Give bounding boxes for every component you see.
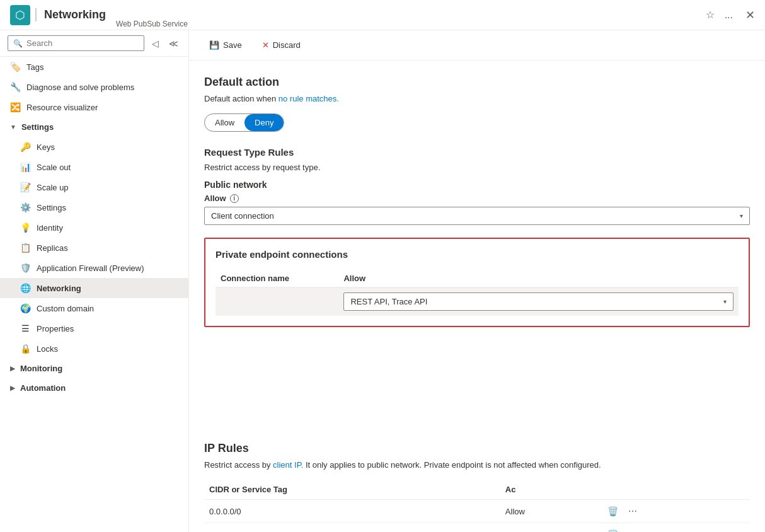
- ip-cidr-0: 0.0.0.0/0: [204, 500, 500, 523]
- sidebar-item-label: Properties: [37, 324, 74, 333]
- sidebar-item-app-firewall[interactable]: 🛡️ Application Firewall (Preview): [0, 258, 188, 278]
- sidebar-item-label: Keys: [37, 142, 55, 152]
- more-button[interactable]: ...: [722, 6, 735, 23]
- chevron-right-icon: ▶: [10, 385, 15, 391]
- ip-more-btn-1[interactable]: ⋯: [626, 528, 640, 532]
- sidebar-item-label: Identity: [37, 223, 63, 233]
- pe-allow-dropdown[interactable]: REST API, Trace API ▾: [343, 292, 733, 311]
- public-network-label: Public network: [204, 180, 750, 190]
- ip-action-1: Allow: [500, 523, 600, 533]
- pe-col-connection: Connection name: [216, 270, 338, 287]
- chevron-down-icon: ▾: [723, 298, 727, 305]
- discard-icon: ✕: [262, 40, 269, 50]
- sidebar-top: 🔍 ◁ ≪: [0, 30, 188, 57]
- ip-rules-title: IP Rules: [204, 442, 750, 455]
- pe-allow-cell: REST API, Trace API ▾: [338, 287, 739, 316]
- sidebar-item-resource-visualizer[interactable]: 🔀 Resource visualizer: [0, 97, 188, 117]
- replicas-icon: 📋: [20, 243, 30, 253]
- sidebar-item-keys[interactable]: 🔑 Keys: [0, 137, 188, 157]
- default-action-toggle: Allow Deny: [204, 113, 284, 132]
- locks-icon: 🔒: [20, 344, 30, 354]
- default-action-desc: Default action when no rule matches.: [204, 94, 750, 103]
- sidebar-item-properties[interactable]: ☰ Properties: [0, 318, 188, 338]
- ip-table-row: 0.0.0.0/0 Allow 🗑️ ⋯: [204, 500, 750, 523]
- pe-col-allow: Allow: [338, 270, 739, 287]
- main-content: 💾 Save ✕ Discard Default action Default …: [189, 30, 765, 532]
- scale-up-icon: 📝: [20, 182, 30, 192]
- sidebar-item-networking[interactable]: 🌐 Networking: [0, 278, 188, 298]
- properties-icon: ☰: [20, 323, 30, 333]
- pin-button[interactable]: ◁: [149, 36, 161, 51]
- client-connection-dropdown[interactable]: Client connection ▾: [204, 207, 750, 225]
- client-ip-link[interactable]: client IP.: [273, 460, 303, 470]
- sidebar-item-label: Resource visualizer: [26, 103, 98, 112]
- ip-col-action: Ac: [500, 480, 600, 500]
- custom-domain-icon: 🌍: [20, 303, 30, 313]
- ip-action-0: Allow: [500, 500, 600, 523]
- sidebar-section-label: Monitoring: [20, 364, 62, 373]
- ip-cidr-1: ::/0: [204, 523, 500, 533]
- request-type-link[interactable]: request type.: [273, 163, 320, 172]
- ip-delete-btn-0[interactable]: 🗑️: [605, 505, 621, 518]
- sidebar-item-label: Replicas: [37, 243, 68, 253]
- private-endpoint-section: Private endpoint connections Connection …: [204, 238, 750, 327]
- deny-toggle-btn[interactable]: Deny: [244, 114, 284, 131]
- allow-label: Allow: [204, 194, 226, 203]
- sidebar-item-locks[interactable]: 🔒 Locks: [0, 338, 188, 359]
- pe-title: Private endpoint connections: [216, 249, 739, 260]
- sidebar-section-label: Settings: [21, 122, 54, 132]
- sidebar-item-label: Tags: [26, 62, 43, 72]
- save-button[interactable]: 💾 Save: [204, 38, 247, 52]
- search-box[interactable]: 🔍: [8, 35, 144, 51]
- request-type-rules-title: Request Type Rules: [204, 147, 750, 158]
- resource-visualizer-icon: 🔀: [10, 102, 20, 112]
- default-action-section: Default action Default action when no ru…: [204, 76, 750, 132]
- sidebar-section-automation[interactable]: ▶ Automation: [0, 378, 188, 398]
- search-input[interactable]: [26, 38, 139, 48]
- diagnose-icon: 🔧: [10, 82, 20, 92]
- sidebar-item-settings[interactable]: ⚙️ Settings: [0, 197, 188, 217]
- sidebar-item-replicas[interactable]: 📋 Replicas: [0, 238, 188, 258]
- ip-table: CIDR or Service Tag Ac 0.0.0.0/0 Allow 🗑…: [204, 480, 750, 532]
- allow-toggle-btn[interactable]: Allow: [205, 114, 244, 131]
- content-body: Default action Default action when no ru…: [189, 61, 765, 532]
- app-logo: ⬡: [10, 5, 30, 25]
- page-title: Networking: [35, 8, 106, 21]
- ip-delete-btn-1[interactable]: 🗑️: [605, 528, 621, 532]
- sidebar-item-scale-out[interactable]: 📊 Scale out: [0, 157, 188, 177]
- sidebar-item-identity[interactable]: 💡 Identity: [0, 217, 188, 238]
- sidebar-item-tags[interactable]: 🏷️ Tags: [0, 57, 188, 77]
- collapse-button[interactable]: ≪: [166, 36, 181, 51]
- no-rule-link[interactable]: no rule matches.: [279, 94, 339, 103]
- allow-label-row: Allow i: [204, 194, 750, 203]
- search-icon: 🔍: [13, 39, 23, 48]
- sidebar-item-label: Scale out: [37, 163, 71, 172]
- sidebar-item-scale-up[interactable]: 📝 Scale up: [0, 177, 188, 197]
- sidebar-item-label: Diagnose and solve problems: [26, 83, 134, 92]
- sidebar-item-diagnose[interactable]: 🔧 Diagnose and solve problems: [0, 77, 188, 97]
- pe-table: Connection name Allow REST API, Trace AP…: [216, 270, 739, 316]
- networking-icon: 🌐: [20, 283, 30, 293]
- ip-col-cidr: CIDR or Service Tag: [204, 480, 500, 500]
- ip-row-actions-0: 🗑️ ⋯: [600, 500, 750, 523]
- pe-connection-name: [216, 287, 338, 316]
- save-icon: 💾: [209, 40, 219, 50]
- public-network-section: Public network Allow i Client connection…: [204, 180, 750, 225]
- sidebar-item-label: Locks: [37, 344, 58, 354]
- star-button[interactable]: ☆: [703, 6, 717, 23]
- close-button[interactable]: ✕: [745, 6, 755, 23]
- discard-button[interactable]: ✕ Discard: [257, 38, 306, 52]
- ip-rules-desc: Restrict access by client IP. It only ap…: [204, 460, 750, 470]
- chevron-right-icon: ▶: [10, 365, 15, 372]
- keys-icon: 🔑: [20, 142, 30, 152]
- sidebar-item-custom-domain[interactable]: 🌍 Custom domain: [0, 298, 188, 318]
- sidebar-section-monitoring[interactable]: ▶ Monitoring: [0, 359, 188, 378]
- info-icon[interactable]: i: [230, 194, 239, 203]
- sidebar-item-label: Custom domain: [37, 304, 94, 313]
- sidebar-item-label: Application Firewall (Preview): [37, 263, 144, 273]
- ip-col-actions-header: [600, 480, 750, 500]
- request-type-rules-desc: Restrict access by request type.: [204, 163, 750, 172]
- sidebar-item-label: Networking: [37, 284, 81, 293]
- ip-more-btn-0[interactable]: ⋯: [626, 505, 640, 518]
- sidebar-section-settings[interactable]: ▼ Settings: [0, 117, 188, 137]
